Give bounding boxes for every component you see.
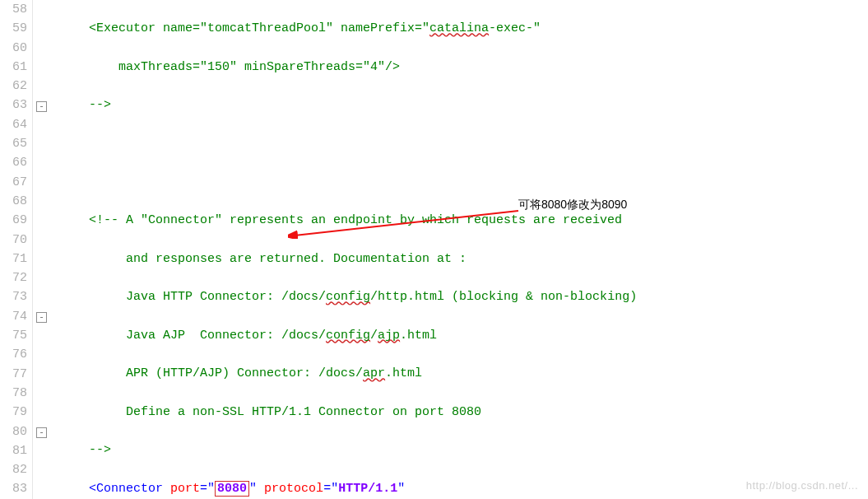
spelling-error: config bbox=[326, 329, 370, 343]
line-number: 71 bbox=[0, 250, 27, 268]
attr-name: protocol bbox=[264, 482, 323, 496]
fold-toggle-icon[interactable]: - bbox=[36, 312, 47, 323]
line-number: 70 bbox=[0, 231, 27, 250]
line-number: 63 bbox=[0, 96, 27, 114]
code-text: " bbox=[397, 482, 405, 496]
code-text: =" bbox=[323, 482, 338, 496]
line-number: 75 bbox=[0, 326, 27, 345]
code-text: APR (HTTP/AJP) Connector: /docs/ bbox=[59, 366, 363, 380]
highlighted-port-value: 8080 bbox=[215, 481, 249, 497]
code-text: -exec-" bbox=[489, 21, 541, 35]
line-number: 59 bbox=[0, 19, 27, 38]
tag-open: < bbox=[59, 482, 96, 496]
line-number: 76 bbox=[0, 345, 27, 364]
line-number: 82 bbox=[0, 460, 27, 479]
code-text: =" bbox=[200, 482, 215, 496]
code-text: <Executor name="tomcatThreadPool" namePr… bbox=[59, 21, 429, 35]
code-text bbox=[163, 482, 170, 496]
code-text: --> bbox=[59, 98, 111, 112]
line-number: 64 bbox=[0, 115, 27, 134]
code-text: /http.html (blocking & non-blocking) bbox=[370, 290, 637, 304]
attr-value: HTTP/1.1 bbox=[338, 482, 397, 496]
code-text: and responses are returned. Documentatio… bbox=[59, 252, 466, 266]
code-text: Define a non-SSL HTTP/1.1 Connector on p… bbox=[59, 405, 481, 419]
code-text: Java AJP Connector: /docs/ bbox=[59, 329, 326, 343]
fold-toggle-icon[interactable]: - bbox=[36, 101, 47, 112]
code-text: " bbox=[249, 482, 264, 496]
spelling-error: apr bbox=[363, 366, 385, 380]
line-number: 58 bbox=[0, 0, 27, 19]
spelling-error: ajp bbox=[378, 329, 400, 343]
code-area[interactable]: <Executor name="tomcatThreadPool" namePr… bbox=[56, 0, 868, 499]
line-number: 79 bbox=[0, 403, 27, 422]
tag-name: Connector bbox=[96, 482, 163, 496]
line-number: 68 bbox=[0, 192, 27, 211]
code-text: maxThreads="150" minSpareThreads="4"/> bbox=[59, 60, 400, 74]
line-number: 69 bbox=[0, 211, 27, 230]
code-text: <!-- A "Connector" represents an endpoin… bbox=[59, 213, 622, 227]
line-number: 83 bbox=[0, 479, 27, 498]
annotation-text: 可将8080修改为8090 bbox=[518, 196, 627, 214]
line-number: 67 bbox=[0, 173, 27, 192]
spelling-error: config bbox=[326, 290, 370, 304]
line-number: 62 bbox=[0, 77, 27, 96]
line-number: 65 bbox=[0, 134, 27, 153]
line-number: 81 bbox=[0, 441, 27, 460]
line-number: 80 bbox=[0, 422, 27, 441]
line-number: 73 bbox=[0, 287, 27, 306]
code-text: .html bbox=[385, 366, 422, 380]
line-number: 66 bbox=[0, 153, 27, 172]
code-text: Java HTTP Connector: /docs/ bbox=[59, 290, 326, 304]
code-text: --> bbox=[59, 443, 111, 457]
line-number: 77 bbox=[0, 365, 27, 384]
fold-column: - - - bbox=[33, 0, 56, 499]
line-number: 72 bbox=[0, 268, 27, 287]
line-number: 74 bbox=[0, 307, 27, 326]
fold-toggle-icon[interactable]: - bbox=[36, 427, 47, 438]
line-number: 61 bbox=[0, 58, 27, 77]
code-text: / bbox=[370, 329, 378, 343]
attr-name: port bbox=[170, 482, 200, 496]
line-number: 60 bbox=[0, 39, 27, 58]
spelling-error: catalina bbox=[429, 21, 489, 35]
line-number-gutter: 58 59 60 61 62 63 64 65 66 67 68 69 70 7… bbox=[0, 0, 33, 499]
code-text: .html bbox=[400, 329, 437, 343]
watermark-text: http://blog.csdn.net/... bbox=[746, 478, 858, 494]
line-number: 78 bbox=[0, 384, 27, 403]
code-editor[interactable]: 58 59 60 61 62 63 64 65 66 67 68 69 70 7… bbox=[0, 0, 868, 499]
